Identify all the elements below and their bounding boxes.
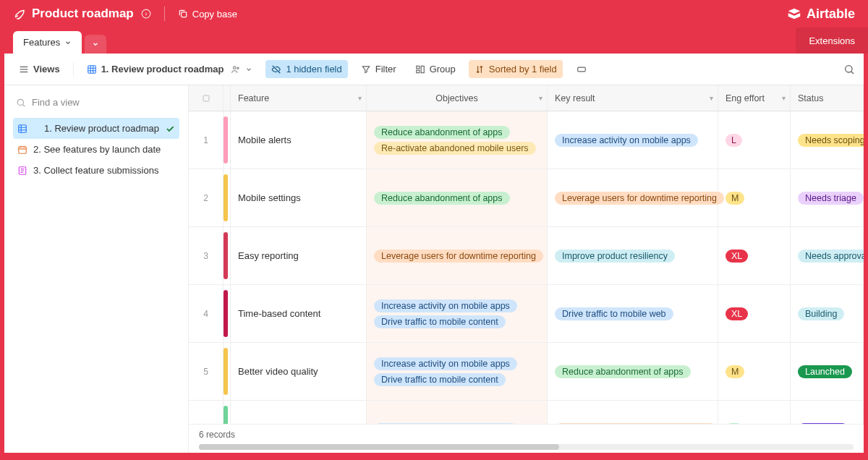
eng-effort-tag[interactable]: XL (726, 250, 748, 263)
select-all-checkbox[interactable] (189, 85, 224, 111)
row-number[interactable]: 4 (189, 285, 224, 342)
key-result-tag[interactable]: Improve product resiliency (555, 250, 675, 263)
view-name: 1. Review product roadmap (101, 64, 224, 74)
cell-feature[interactable]: Better video quality (231, 343, 367, 400)
cell-key-result[interactable]: Re-activate abandoned mobile users (548, 401, 718, 424)
key-result-tag[interactable]: Drive traffic to mobile web (555, 307, 673, 320)
cell-eng-effort[interactable]: S (718, 401, 791, 424)
cell-feature[interactable]: New security updates (231, 401, 367, 424)
cell-eng-effort[interactable]: M (718, 169, 791, 226)
hidden-fields-button[interactable]: 1 hidden field (265, 60, 347, 78)
copy-base-button[interactable]: Copy base (178, 9, 237, 20)
cell-objectives[interactable]: Increase activity on mobile appsDrive tr… (367, 285, 548, 342)
cell-feature[interactable]: Mobile alerts (231, 111, 367, 169)
info-icon[interactable] (141, 9, 151, 19)
tab-add-button[interactable] (85, 35, 106, 54)
status-tag[interactable]: Building (798, 307, 844, 320)
column-status[interactable]: Status (791, 85, 864, 111)
objective-tag[interactable]: Re-activate abandoned mobile users (374, 142, 536, 155)
status-tag[interactable]: Launched (798, 365, 852, 378)
extensions-button[interactable]: Extensions (796, 27, 868, 54)
cell-status[interactable]: Launched (791, 343, 864, 400)
group-button[interactable]: Group (409, 60, 461, 78)
status-tag[interactable]: Needs scoping (798, 134, 864, 147)
cell-eng-effort[interactable]: XL (718, 285, 791, 342)
eng-effort-tag[interactable]: XL (726, 307, 748, 320)
key-result-tag[interactable]: Increase activity on mobile apps (555, 134, 698, 147)
status-tag[interactable]: Needs approval (798, 250, 864, 263)
column-feature[interactable]: Feature▾ (231, 85, 367, 111)
cell-key-result[interactable]: Reduce abandonment of apps (548, 343, 718, 400)
table-row[interactable]: 3 Easy reporting Leverage users for down… (189, 227, 864, 285)
table-row[interactable]: 5 Better video quality Increase activity… (189, 343, 864, 401)
cell-status[interactable]: Needs triage (791, 169, 864, 226)
objective-tag[interactable]: Reduce abandonment of apps (374, 192, 510, 205)
objective-tag[interactable]: Drive traffic to mobile content (374, 373, 506, 386)
find-view-input[interactable]: Find a view (13, 93, 179, 112)
chevron-down-icon (64, 39, 72, 46)
sidebar-item-review-roadmap[interactable]: 1. Review product roadmap (13, 118, 179, 139)
cell-status[interactable]: Needs approval (791, 227, 864, 284)
column-objectives[interactable]: Objectives▾ (367, 85, 548, 111)
view-switcher[interactable]: 1. Review product roadmap (81, 60, 259, 78)
cell-objectives[interactable]: Reduce abandonment of appsRe-activate ab… (367, 111, 548, 169)
key-result-tag[interactable]: Leverage users for downtime reporting (555, 192, 724, 205)
column-eng-effort[interactable]: Eng effort▾ (718, 85, 791, 111)
color-button[interactable] (570, 61, 593, 78)
objective-tag[interactable]: Increase activity on mobile apps (374, 299, 517, 312)
column-key-result[interactable]: Key result▾ (548, 85, 718, 111)
cell-key-result[interactable]: Leverage users for downtime reporting (548, 169, 718, 226)
sidebar-item-launch-date[interactable]: 2. See features by launch date (13, 139, 179, 160)
sidebar-item-label: 1. Review product roadmap (44, 123, 159, 134)
table-row[interactable]: 1 Mobile alerts Reduce abandonment of ap… (189, 111, 864, 169)
horizontal-scrollbar[interactable] (199, 444, 854, 450)
eng-effort-tag[interactable]: M (726, 365, 744, 378)
record-count: 6 records (199, 430, 235, 440)
row-number[interactable]: 2 (189, 169, 224, 226)
views-button[interactable]: Views (13, 60, 66, 78)
cell-feature[interactable]: Mobile settings (231, 169, 367, 226)
table-row[interactable]: 4 Time-based content Increase activity o… (189, 285, 864, 343)
row-number[interactable]: 6 (189, 401, 224, 424)
base-title[interactable]: Product roadmap (32, 7, 134, 21)
objective-tag[interactable]: Drive traffic to mobile content (374, 315, 506, 328)
objective-tag[interactable]: Increase activity on mobile apps (374, 357, 517, 370)
cell-key-result[interactable]: Improve product resiliency (548, 227, 718, 284)
cell-eng-effort[interactable]: XL (718, 227, 791, 284)
view-toolbar: Views 1. Review product roadmap 1 hidden… (4, 54, 864, 85)
key-result-tag[interactable]: Reduce abandonment of apps (555, 365, 691, 378)
objective-tag[interactable]: Reduce abandonment of apps (374, 126, 510, 139)
tab-features[interactable]: Features (13, 31, 82, 54)
row-number[interactable]: 1 (189, 111, 224, 169)
cell-status[interactable]: In review (791, 401, 864, 424)
eng-effort-tag[interactable]: M (726, 192, 744, 205)
cell-objectives[interactable]: Increase activity on mobile apps (367, 401, 548, 424)
cell-objectives[interactable]: Reduce abandonment of apps (367, 169, 548, 226)
cell-eng-effort[interactable]: M (718, 343, 791, 400)
grid-icon (17, 124, 38, 134)
search-icon[interactable] (843, 64, 855, 75)
cell-eng-effort[interactable]: L (718, 111, 791, 169)
chevron-down-icon: ▾ (782, 94, 786, 102)
row-number[interactable]: 5 (189, 343, 224, 400)
table-row[interactable]: 2 Mobile settings Reduce abandonment of … (189, 169, 864, 227)
table-row[interactable]: 6 New security updates Increase activity… (189, 401, 864, 424)
row-number[interactable]: 3 (189, 227, 224, 284)
cell-objectives[interactable]: Leverage users for downtime reporting (367, 227, 548, 284)
sidebar-item-submissions[interactable]: 3. Collect feature submissions (13, 160, 179, 181)
cell-objectives[interactable]: Increase activity on mobile appsDrive tr… (367, 343, 548, 400)
cell-status[interactable]: Building (791, 285, 864, 342)
cell-key-result[interactable]: Increase activity on mobile apps (548, 111, 718, 169)
hidden-fields-label: 1 hidden field (286, 64, 341, 74)
svg-rect-12 (19, 146, 27, 153)
cell-feature[interactable]: Easy reporting (231, 227, 367, 284)
status-tag[interactable]: Needs triage (798, 192, 864, 205)
brand-logo[interactable]: Airtable (786, 6, 855, 22)
sort-button[interactable]: Sorted by 1 field (469, 60, 563, 78)
cell-key-result[interactable]: Drive traffic to mobile web (548, 285, 718, 342)
objective-tag[interactable]: Leverage users for downtime reporting (374, 250, 543, 263)
filter-button[interactable]: Filter (355, 60, 402, 78)
cell-status[interactable]: Needs scoping (791, 111, 864, 169)
eng-effort-tag[interactable]: L (726, 134, 742, 147)
cell-feature[interactable]: Time-based content (231, 285, 367, 342)
